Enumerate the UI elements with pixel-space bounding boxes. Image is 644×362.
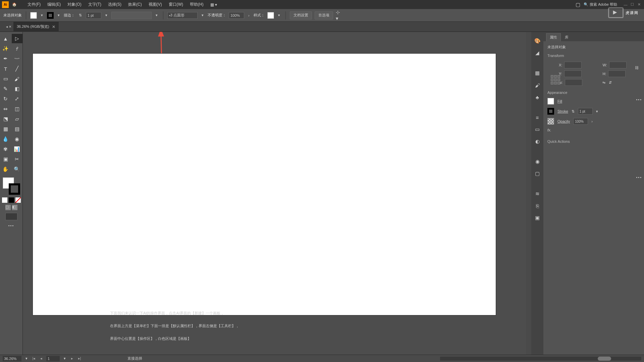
stroke-stepper-panel[interactable]: ⇅ xyxy=(572,109,575,114)
style-dropdown[interactable]: ▾ xyxy=(277,13,281,17)
direct-selection-tool[interactable]: ▷ xyxy=(12,34,22,43)
transform-more-icon[interactable]: ••• xyxy=(636,98,642,102)
layers-panel-icon[interactable]: ≋ xyxy=(534,190,541,197)
shape-builder-tool[interactable]: ⬔ xyxy=(0,114,11,124)
blend-tool[interactable]: ◉ xyxy=(12,134,22,144)
horizontal-scrollbar[interactable] xyxy=(440,357,641,361)
shaper-tool[interactable]: ✎ xyxy=(0,84,11,94)
draw-inside[interactable] xyxy=(15,197,21,203)
zoom-tool[interactable]: 🔍 xyxy=(12,165,22,174)
fill-swatch[interactable] xyxy=(30,12,37,19)
symbols-panel-icon[interactable]: ♣ xyxy=(534,94,541,101)
stroke-swatch[interactable] xyxy=(47,12,54,19)
appearance-opacity-label[interactable]: Opacity xyxy=(557,119,570,123)
slice-tool[interactable]: ✂ xyxy=(12,155,22,164)
menu-file[interactable]: 文件(F) xyxy=(24,0,44,9)
zoom-dropdown[interactable]: ▾ xyxy=(24,356,29,361)
appearance-stroke-input[interactable]: 1 pt xyxy=(578,108,593,115)
graphic-style-swatch[interactable] xyxy=(267,12,274,19)
window-close[interactable]: ✕ xyxy=(636,2,642,7)
artboards-panel-icon[interactable]: ▣ xyxy=(534,214,541,222)
variable-width-profile[interactable] xyxy=(111,12,152,19)
hand-tool[interactable]: ✋ xyxy=(0,165,11,174)
width-profile-dropdown[interactable]: ▾ xyxy=(154,13,159,17)
change-screen[interactable]: ◧ xyxy=(12,205,17,210)
free-transform-tool[interactable]: ◫ xyxy=(12,104,22,114)
screen-mode-button[interactable] xyxy=(5,213,17,220)
tab-libraries[interactable]: 库 xyxy=(561,34,572,41)
scale-tool[interactable]: ⤢ xyxy=(12,94,22,104)
stroke-weight-dropdown[interactable]: ▾ xyxy=(104,13,109,17)
graphic-styles-icon[interactable]: ▢ xyxy=(534,170,541,177)
artboard-tool[interactable]: ▣ xyxy=(0,155,11,164)
paintbrush-tool[interactable]: 🖌 xyxy=(12,74,22,83)
fx-button[interactable]: fx. xyxy=(547,128,551,132)
menu-view[interactable]: 视图(V) xyxy=(145,0,165,9)
fill-dropdown[interactable]: ▾ xyxy=(40,13,44,17)
width-tool[interactable]: ⇔ xyxy=(0,104,11,114)
vertical-scrollbar[interactable] xyxy=(526,32,531,355)
preferences-button[interactable]: 首选项 xyxy=(315,11,333,19)
menu-help[interactable]: 帮助(H) xyxy=(186,0,207,9)
draw-normal[interactable] xyxy=(2,197,7,203)
selection-tool[interactable]: ▲ xyxy=(0,34,11,43)
transparency-panel-icon[interactable]: ◐ xyxy=(534,138,541,145)
appearance-opacity-input[interactable]: 100% xyxy=(573,118,588,125)
transform-panel-icon[interactable]: ⊹ ▾ xyxy=(336,12,343,19)
rotate-input[interactable] xyxy=(565,79,582,86)
transform-x-input[interactable] xyxy=(564,62,582,68)
gradient-tool[interactable]: ▤ xyxy=(12,124,22,134)
transform-w-input[interactable] xyxy=(609,62,627,68)
doc-flyout[interactable]: ◂ ✕ xyxy=(6,25,11,28)
workspace-icon[interactable]: ▢ xyxy=(574,1,582,8)
appearance-opacity-swatch[interactable] xyxy=(547,118,554,125)
flip-h-icon[interactable]: ⇋ xyxy=(602,80,605,85)
color-panel-icon[interactable]: 🎨 xyxy=(534,37,541,45)
window-maximize[interactable]: ☐ xyxy=(629,2,635,7)
menu-select[interactable]: 选择(S) xyxy=(105,0,125,9)
column-graph-tool[interactable]: 📊 xyxy=(12,144,22,154)
prev-artboard[interactable]: ◂ xyxy=(39,356,44,361)
lasso-tool[interactable]: Ꝭ xyxy=(12,44,22,53)
rectangle-tool[interactable]: ▭ xyxy=(0,74,11,83)
stroke-color[interactable] xyxy=(9,183,20,195)
asset-export-icon[interactable]: ⎘ xyxy=(534,202,541,209)
next-artboard[interactable]: ▸ xyxy=(70,356,74,361)
stroke-panel-icon[interactable]: ≡ xyxy=(534,114,541,121)
menu-type[interactable]: 文字(T) xyxy=(85,0,105,9)
opacity-input[interactable]: 100% xyxy=(229,12,244,19)
canvas-area[interactable]: 下面我们来认识一下AI的操作界面，点击AI界面的【新建】一个画板， 在界面上方是… xyxy=(23,32,531,355)
draw-behind[interactable] xyxy=(9,197,14,203)
flip-v-icon[interactable]: ⇵ xyxy=(609,80,612,85)
first-artboard[interactable]: |◂ xyxy=(32,356,36,361)
line-tool[interactable]: ╱ xyxy=(12,64,22,73)
mesh-tool[interactable]: ▦ xyxy=(0,124,11,134)
appearance-fill-swatch[interactable] xyxy=(547,98,554,105)
stroke-weight-dd-panel[interactable]: ▾ xyxy=(596,109,598,114)
reference-point[interactable] xyxy=(551,75,560,84)
last-artboard[interactable]: ▸| xyxy=(77,356,82,361)
appearance-panel-icon[interactable]: ◉ xyxy=(534,158,541,165)
opacity-popup[interactable]: › xyxy=(247,13,251,17)
eyedropper-tool[interactable]: 💧 xyxy=(0,134,11,144)
artboard-dropdown[interactable]: ▾ xyxy=(62,356,67,361)
stroke-dropdown[interactable]: ▾ xyxy=(56,13,61,17)
brush-dropdown[interactable]: ▾ xyxy=(200,13,205,17)
document-setup-button[interactable]: 文档设置 xyxy=(290,11,312,19)
magic-wand-tool[interactable]: ✨ xyxy=(0,44,11,53)
menu-edit[interactable]: 编辑(E) xyxy=(44,0,64,9)
window-minimize[interactable]: — xyxy=(623,2,629,7)
document-tab[interactable]: 36.26% (RGB/预览) ✕ xyxy=(13,22,59,32)
rotate-tool[interactable]: ↻ xyxy=(0,94,11,104)
color-guide-icon[interactable]: ◢ xyxy=(534,49,541,57)
eraser-tool[interactable]: ◧ xyxy=(12,84,22,94)
transform-y-input[interactable] xyxy=(564,70,582,77)
curvature-tool[interactable]: 〰 xyxy=(12,54,22,63)
screen-mode[interactable]: ▢ xyxy=(5,205,11,210)
link-wh-icon[interactable]: ⛓ xyxy=(635,66,639,70)
appearance-more-icon[interactable]: ••• xyxy=(636,175,642,179)
appearance-fill-label[interactable]: Fill xyxy=(557,99,562,103)
edit-toolbar[interactable]: ••• xyxy=(8,224,14,228)
arrange-docs-icon[interactable]: ▦ ▾ xyxy=(207,1,220,8)
home-icon[interactable]: 🏠 xyxy=(11,1,18,8)
